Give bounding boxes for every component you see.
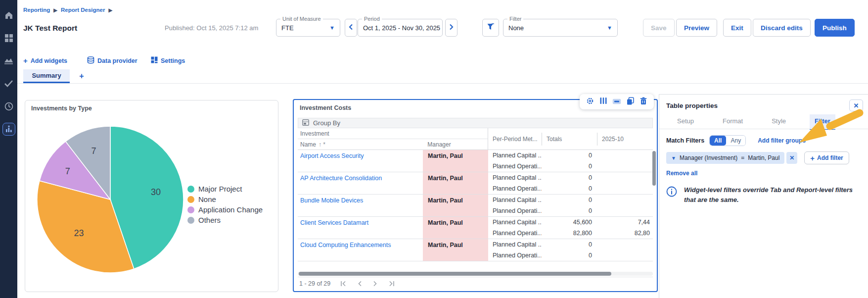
totals-cell: 0	[542, 152, 597, 159]
legend-dot-icon	[187, 206, 194, 213]
sidebar	[0, 0, 17, 298]
metric-subrow: Planned Capital ...0	[488, 150, 653, 161]
column-header-metric[interactable]: Per-Period Met...	[488, 133, 542, 146]
unit-of-measure-select[interactable]: Unit of Measure FTE ▼	[276, 19, 340, 37]
widget-delete-button[interactable]	[639, 98, 648, 106]
column-header-2025-10[interactable]: 2025-10	[597, 133, 651, 146]
settings-icon	[151, 56, 158, 65]
remove-filter-button[interactable]: ✕	[786, 152, 797, 164]
copy-icon	[627, 97, 634, 107]
clock-icon	[4, 102, 13, 111]
pie-chart-widget: Investments by Type 302377 Major Project…	[25, 100, 278, 292]
metric-name-cell: Planned Operati...	[488, 185, 542, 192]
tab-summary[interactable]: Summary	[23, 69, 70, 83]
next-page-button[interactable]	[373, 281, 377, 287]
period-value-cell: 82,80	[597, 230, 653, 237]
widget-banded-rows-button[interactable]	[612, 98, 621, 106]
column-header-name[interactable]: Name ↑ *	[298, 141, 422, 148]
data-provider-button[interactable]: Data provider	[87, 56, 137, 65]
tab-setup[interactable]: Setup	[672, 114, 699, 130]
totals-cell: 82,800	[542, 230, 597, 237]
add-filter-button[interactable]: + Add filter	[804, 151, 849, 164]
widget-settings-button[interactable]	[586, 98, 594, 106]
legend-dot-icon	[187, 186, 194, 193]
last-page-button[interactable]	[388, 281, 395, 287]
match-any-option[interactable]: Any	[726, 136, 745, 146]
preview-button[interactable]: Preview	[676, 19, 717, 37]
add-tab-button[interactable]: +	[75, 69, 88, 83]
breadcrumb-link-reporting[interactable]: Reporting	[23, 7, 50, 13]
sidebar-item-home[interactable]	[2, 9, 15, 22]
previous-page-button[interactable]	[358, 281, 362, 287]
investment-link[interactable]: Cloud Computing Enhancements	[300, 242, 391, 248]
exit-button[interactable]: Exit	[723, 19, 751, 37]
grid-icon	[4, 34, 13, 43]
widget-toolbar	[580, 94, 654, 109]
group-by-bar[interactable]: Group By	[298, 118, 653, 128]
settings-button[interactable]: Settings	[151, 56, 185, 65]
metric-name-cell: Planned Capital ...	[488, 174, 542, 181]
column-header-investment[interactable]: Investment	[298, 128, 488, 139]
period-next-button[interactable]	[445, 19, 457, 37]
legend-label: None	[198, 195, 216, 203]
publish-button[interactable]: Publish	[815, 19, 855, 37]
metric-name-cell: Planned Operati...	[488, 207, 542, 214]
column-header-manager[interactable]: Manager	[422, 141, 488, 148]
widget-copy-button[interactable]	[626, 98, 635, 106]
unit-of-measure-value: FTE	[281, 24, 294, 32]
sidebar-item-apps[interactable]	[2, 32, 15, 45]
period-label: Period	[362, 16, 382, 22]
divider	[17, 83, 868, 84]
table-row: Airport Access SecurityMartin, PaulPlann…	[298, 150, 653, 172]
period-previous-button[interactable]	[345, 19, 357, 37]
column-header-totals[interactable]: Totals	[542, 133, 597, 146]
filter-chip[interactable]: ▼ Manager (Investment) = Martin, Paul	[666, 152, 784, 164]
gear-icon	[586, 97, 594, 107]
breadcrumb-link-report-designer[interactable]: Report Designer	[61, 7, 105, 13]
discard-edits-button[interactable]: Discard edits	[753, 19, 811, 37]
match-all-option[interactable]: All	[710, 136, 726, 146]
columns-icon	[600, 97, 607, 106]
first-page-button[interactable]	[340, 281, 347, 287]
info-text: Widget-level filters override Tab and Re…	[684, 185, 856, 205]
add-widgets-button[interactable]: + Add widgets	[23, 56, 67, 65]
widget-columns-button[interactable]	[599, 98, 608, 106]
totals-cell: 0	[542, 197, 597, 203]
investment-link[interactable]: Airport Access Security	[300, 152, 364, 159]
manager-cell: Martin, Paul	[423, 195, 488, 216]
sidebar-item-tasks[interactable]	[2, 77, 15, 90]
period-select[interactable]: Period Oct 1, 2025 - Nov 30, 2025 ▼	[358, 19, 443, 37]
vertical-scrollbar[interactable]	[652, 151, 656, 186]
pie-chart[interactable]: 302377	[36, 125, 184, 274]
filter-select[interactable]: Filter None ▼	[503, 19, 618, 37]
sidebar-item-history[interactable]	[2, 100, 15, 113]
tab-style[interactable]: Style	[767, 114, 791, 130]
tab-format[interactable]: Format	[718, 114, 748, 130]
chevron-down-icon: ▼	[324, 25, 335, 31]
area-chart-icon	[4, 56, 13, 65]
sidebar-item-trends[interactable]	[2, 54, 15, 67]
horizontal-scrollbar[interactable]	[298, 272, 653, 276]
filter-funnel-button[interactable]	[482, 19, 499, 37]
totals-cell: 0	[542, 163, 597, 170]
remove-all-link[interactable]: Remove all	[666, 170, 697, 177]
sidebar-item-reports[interactable]	[2, 123, 15, 136]
investment-link[interactable]: Client Services Datamart	[300, 219, 368, 226]
table-row: Bundle Mobile DevicesMartin, PaulPlanned…	[298, 195, 653, 217]
investment-link[interactable]: Bundle Mobile Devices	[300, 197, 363, 204]
investment-link[interactable]: AP Architecture Consolidation	[300, 175, 382, 182]
metric-subrow: Planned Operati...0	[488, 161, 653, 172]
bar-chart-icon	[5, 125, 13, 133]
pie-value-label: 7	[65, 166, 70, 176]
trash-icon	[640, 97, 647, 107]
save-button[interactable]: Save	[643, 19, 675, 37]
info-note: Widget-level filters override Tab and Re…	[666, 185, 856, 205]
metric-subrow: Planned Operati...0	[488, 205, 653, 216]
metric-name-cell: Planned Capital ...	[488, 219, 542, 226]
metric-subrow: Planned Capital ...45,6007,44	[488, 217, 653, 228]
funnel-icon	[487, 23, 495, 33]
filter-chip-operator: =	[741, 154, 744, 161]
metric-subrow: Planned Capital ...0	[488, 172, 653, 183]
period-value: Oct 1, 2025 - Nov 30, 2025	[363, 24, 440, 32]
scrollbar-thumb[interactable]	[299, 272, 611, 276]
